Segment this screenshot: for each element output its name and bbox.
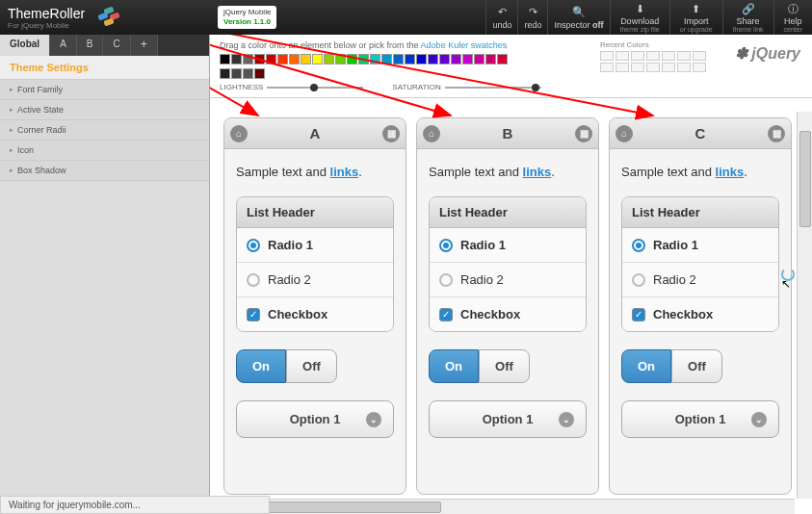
select-dropdown[interactable]: Option 1⌄ <box>621 400 779 438</box>
sample-link[interactable]: links <box>523 165 552 179</box>
tab-b[interactable]: B <box>77 35 104 56</box>
color-swatch[interactable] <box>231 68 242 79</box>
saturation-knob[interactable] <box>532 84 539 91</box>
home-icon[interactable]: ⌂ <box>616 125 633 142</box>
color-swatch[interactable] <box>405 54 415 64</box>
accordion-active-state[interactable]: Active State <box>0 100 209 120</box>
toggle-off-button[interactable]: Off <box>479 349 530 383</box>
color-swatch[interactable] <box>393 54 404 64</box>
download-button[interactable]: ⬇Downloadtheme zip file <box>610 0 669 35</box>
color-swatch[interactable] <box>254 68 265 79</box>
toggle-on-button[interactable]: On <box>621 349 671 383</box>
recent-swatch[interactable] <box>677 51 691 61</box>
color-swatch[interactable] <box>289 54 300 64</box>
radio-row-1[interactable]: Radio 1 <box>622 228 778 263</box>
help-button[interactable]: ⓘHelpcenter <box>773 0 812 35</box>
grid-icon[interactable]: ▦ <box>768 125 785 142</box>
toggle-on-button[interactable]: On <box>236 349 286 383</box>
color-swatch[interactable] <box>254 54 265 64</box>
toggle-on-button[interactable]: On <box>429 349 479 383</box>
color-swatch[interactable] <box>301 54 311 64</box>
grid-icon[interactable]: ▦ <box>382 125 400 142</box>
accordion-font-family[interactable]: Font Family <box>0 80 209 100</box>
home-icon[interactable]: ⌂ <box>230 125 248 142</box>
kuler-link[interactable]: Adobe Kuler swatches <box>421 40 508 50</box>
sample-link[interactable]: links <box>330 165 359 179</box>
color-swatch[interactable] <box>370 54 380 64</box>
recent-swatch[interactable] <box>693 63 706 72</box>
radio-row-1[interactable]: Radio 1 <box>237 228 393 263</box>
tab-+[interactable]: + <box>131 35 158 56</box>
share-button[interactable]: 🔗Sharetheme link <box>722 0 773 35</box>
color-swatch[interactable] <box>231 54 242 64</box>
color-swatch[interactable] <box>220 68 230 79</box>
scrollbar-thumb[interactable] <box>799 131 811 227</box>
lightness-knob[interactable] <box>310 84 318 91</box>
recent-swatch[interactable] <box>677 63 691 72</box>
color-swatch[interactable] <box>451 54 461 64</box>
home-icon[interactable]: ⌂ <box>423 125 440 142</box>
color-swatch[interactable] <box>474 54 485 64</box>
scrollbar-thumb[interactable] <box>249 501 441 513</box>
color-swatch[interactable] <box>381 54 392 64</box>
color-swatch[interactable] <box>277 54 288 64</box>
color-swatch[interactable] <box>497 54 508 64</box>
recent-swatch[interactable] <box>616 51 629 61</box>
import-button[interactable]: ⬆Importor upgrade <box>669 0 722 35</box>
checkbox-row[interactable]: ✓Checkbox <box>430 297 586 331</box>
tab-c[interactable]: C <box>103 35 130 56</box>
inspector-button[interactable]: 🔍Inspector off <box>547 0 609 35</box>
color-swatch[interactable] <box>220 54 230 64</box>
radio-row-2[interactable]: Radio 2 <box>430 263 586 297</box>
recent-swatch[interactable] <box>662 51 675 61</box>
toggle-off-button[interactable]: Off <box>286 349 337 383</box>
checkbox-row[interactable]: ✓Checkbox <box>237 297 393 331</box>
sample-link[interactable]: links <box>716 165 745 179</box>
color-swatch[interactable] <box>243 54 253 64</box>
palette-bar: Drag a color onto an element below or pi… <box>210 35 812 98</box>
recent-swatch[interactable] <box>616 63 629 72</box>
radio-row-1[interactable]: Radio 1 <box>430 228 586 263</box>
undo-button[interactable]: ↶undo <box>485 0 517 35</box>
select-dropdown[interactable]: Option 1⌄ <box>429 400 587 438</box>
recent-swatch[interactable] <box>646 51 660 61</box>
redo-button[interactable]: ↷redo <box>517 0 547 35</box>
color-swatch[interactable] <box>462 54 473 64</box>
lightness-slider[interactable] <box>267 87 363 89</box>
radio-row-2[interactable]: Radio 2 <box>237 263 393 297</box>
color-swatch[interactable] <box>428 54 438 64</box>
checkbox-icon: ✓ <box>439 308 453 321</box>
tab-a[interactable]: A <box>50 35 77 56</box>
accordion-corner-radii[interactable]: Corner Radii <box>0 120 209 141</box>
saturation-slider[interactable] <box>445 87 541 89</box>
color-swatch[interactable] <box>335 54 346 64</box>
color-swatch[interactable] <box>416 54 427 64</box>
color-swatch[interactable] <box>485 54 496 64</box>
recent-swatch[interactable] <box>646 63 660 72</box>
color-swatch[interactable] <box>439 54 450 64</box>
color-swatch[interactable] <box>266 54 276 64</box>
accordion-box-shadow[interactable]: Box Shadow <box>0 161 209 181</box>
recent-swatch[interactable] <box>662 63 675 72</box>
recent-swatch[interactable] <box>600 51 614 61</box>
select-dropdown[interactable]: Option 1⌄ <box>236 400 394 438</box>
color-swatch[interactable] <box>324 54 334 64</box>
radio-row-2[interactable]: Radio 2 <box>622 263 778 297</box>
toggle-off-button[interactable]: Off <box>671 349 722 383</box>
color-swatch[interactable] <box>347 54 357 64</box>
checkbox-row[interactable]: ✓Checkbox <box>622 297 778 331</box>
recent-swatch[interactable] <box>600 63 614 72</box>
color-swatch[interactable] <box>243 68 253 79</box>
recent-swatch[interactable] <box>631 51 644 61</box>
version-selector[interactable]: jQuery Mobile Version 1.1.0 <box>218 6 276 28</box>
status-bar: Waiting for jquerymobile.com... <box>0 496 270 514</box>
tab-global[interactable]: Global <box>0 35 50 56</box>
color-swatch[interactable] <box>358 54 369 64</box>
accordion-icon[interactable]: Icon <box>0 141 209 161</box>
recent-swatch[interactable] <box>631 63 644 72</box>
color-swatch[interactable] <box>312 54 323 64</box>
horizontal-scrollbar[interactable] <box>210 499 795 514</box>
recent-swatch[interactable] <box>693 51 706 61</box>
vertical-scrollbar[interactable] <box>797 112 812 499</box>
grid-icon[interactable]: ▦ <box>575 125 592 142</box>
